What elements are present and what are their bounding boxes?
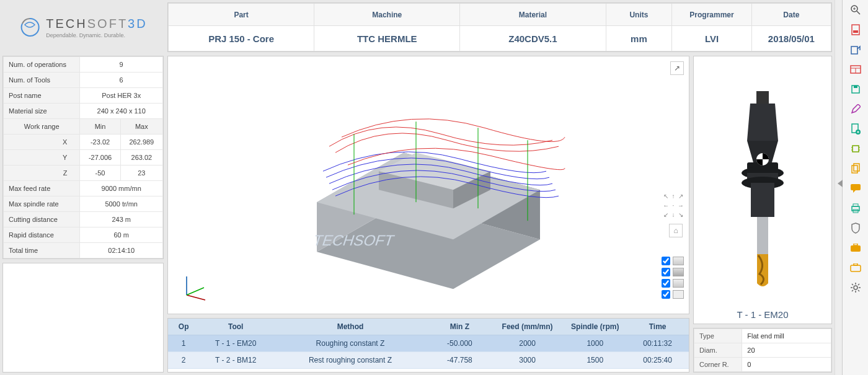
header-material-value: Z40CDV5.1 [460, 26, 606, 51]
header-machine-label: Machine [314, 4, 460, 26]
svg-rect-36 [852, 146, 859, 152]
pen-icon[interactable] [849, 103, 862, 115]
table-row[interactable]: 2 T - 2 - BM12 Rest roughing constant Z … [168, 352, 689, 369]
ops-col-op[interactable]: Op [168, 319, 199, 335]
svg-line-9 [187, 295, 205, 300]
layer-4-checkbox[interactable] [662, 290, 670, 299]
tool-type-label: Type [694, 329, 742, 343]
header-table: Part Machine Material Units Programmer D… [167, 2, 832, 52]
ops-col-feed[interactable]: Feed (mm/mn) [491, 319, 564, 335]
tool-diam-value: 20 [742, 343, 831, 358]
ops-col-method[interactable]: Method [272, 319, 428, 335]
post-name-value: Post HER 3x [80, 88, 163, 104]
layer-toggles [662, 257, 684, 299]
popout-button[interactable]: ↗ [670, 61, 684, 75]
layer-3-checkbox[interactable] [662, 279, 670, 288]
layer-1-checkbox[interactable] [662, 257, 670, 265]
header-material-label: Material [460, 4, 606, 26]
header-units-label: Units [606, 4, 672, 26]
view-orbit-pad[interactable]: ↖↑↗ ←·→ ↙↓↘ [663, 193, 684, 218]
add-page-icon[interactable] [849, 123, 862, 135]
zoom-in-icon[interactable] [849, 4, 862, 16]
logo-brand: TECHSOFT3D [46, 17, 147, 31]
layer-4-icon [673, 290, 684, 299]
print-icon[interactable] [849, 202, 862, 214]
expand-toolbar-button[interactable] [838, 180, 843, 187]
chip-icon[interactable] [849, 143, 862, 155]
svg-rect-47 [851, 245, 861, 252]
svg-rect-49 [851, 265, 861, 271]
save-icon[interactable] [849, 83, 862, 95]
num-tools-label: Num. of Tools [4, 73, 80, 88]
tool-diam-label: Diam. [694, 343, 742, 358]
svg-line-59 [858, 284, 859, 285]
ops-col-minz[interactable]: Min Z [428, 319, 491, 335]
max-spindle-label: Max spindle rate [4, 196, 80, 212]
header-programmer-value: LVI [672, 26, 751, 51]
svg-rect-50 [854, 263, 857, 265]
info-table: Num. of operations9 Num. of Tools6 Post … [2, 56, 164, 259]
z-axis-label: Z [4, 165, 80, 181]
z-max: 23 [120, 165, 162, 181]
tool-properties: TypeFlat end mill Diam.20 Corner R.0 [693, 328, 832, 373]
tool-type-value: Flat end mill [742, 329, 831, 343]
operations-table[interactable]: Op Tool Method Min Z Feed (mm/mn) Spindl… [167, 318, 689, 373]
svg-line-57 [858, 290, 859, 291]
axis-gizmo-icon [180, 270, 211, 301]
num-ops-label: Num. of operations [4, 57, 80, 73]
svg-rect-48 [854, 244, 857, 245]
blank-panel [2, 263, 164, 373]
comment-icon[interactable] [849, 182, 862, 195]
svg-rect-11 [756, 91, 769, 104]
layout-icon[interactable] [849, 63, 862, 76]
rapid-dist-label: Rapid distance [4, 227, 80, 243]
svg-rect-31 [854, 86, 857, 88]
briefcase2-icon[interactable] [849, 262, 862, 274]
gear-icon[interactable] [849, 281, 862, 294]
min-label: Min [80, 119, 120, 135]
tool-preview[interactable]: T - 1 - EM20 [693, 56, 832, 324]
max-spindle-value: 5000 tr/mn [80, 196, 163, 212]
home-view-button[interactable]: ⌂ [669, 224, 683, 237]
max-feed-label: Max feed rate [4, 181, 80, 196]
export-icon[interactable] [849, 43, 862, 56]
post-name-label: Post name [4, 88, 80, 104]
layer-1-icon [673, 257, 684, 265]
svg-text:TECHSOFT: TECHSOFT [311, 232, 397, 248]
total-time-label: Total time [4, 243, 80, 258]
cutting-dist-label: Cutting distance [4, 212, 80, 227]
max-feed-value: 9000 mm/mn [80, 181, 163, 196]
material-size-label: Material size [4, 104, 80, 119]
logo-icon [19, 16, 41, 38]
y-axis-label: Y [4, 150, 80, 165]
copy-icon[interactable] [849, 162, 862, 175]
ops-col-time[interactable]: Time [626, 319, 689, 335]
header-machine-value: TTC HERMLE [314, 26, 460, 51]
main-scrollbar[interactable] [835, 0, 842, 375]
3d-viewport[interactable]: TECHSOFT [167, 56, 689, 314]
rapid-dist-value: 60 m [80, 227, 163, 243]
ops-col-tool[interactable]: Tool [199, 319, 272, 335]
tool-holder-icon [728, 85, 797, 296]
svg-rect-41 [852, 165, 857, 173]
table-row[interactable]: 1 T - 1 - EM20 Roughing constant Z -50.0… [168, 335, 689, 352]
max-label: Max [120, 119, 162, 135]
total-time-value: 02:14:10 [80, 243, 163, 258]
briefcase-icon[interactable] [849, 242, 862, 254]
svg-line-22 [857, 11, 860, 14]
header-part-value: PRJ 150 - Core [169, 26, 314, 51]
page-icon[interactable] [849, 24, 862, 36]
shield-icon[interactable] [849, 222, 862, 234]
work-range-label: Work range [4, 119, 80, 135]
tool-corner-value: 0 [742, 358, 831, 372]
y-min: -27.006 [80, 150, 120, 165]
cutting-dist-value: 243 m [80, 212, 163, 227]
svg-rect-42 [854, 164, 859, 171]
z-min: -50 [80, 165, 120, 181]
layer-2-checkbox[interactable] [662, 268, 670, 276]
tool-corner-label: Corner R. [694, 358, 742, 372]
ops-col-spindle[interactable]: Spindle (rpm) [564, 319, 626, 335]
layer-2-icon [673, 268, 684, 276]
svg-line-10 [187, 288, 204, 295]
header-date-label: Date [751, 4, 831, 26]
